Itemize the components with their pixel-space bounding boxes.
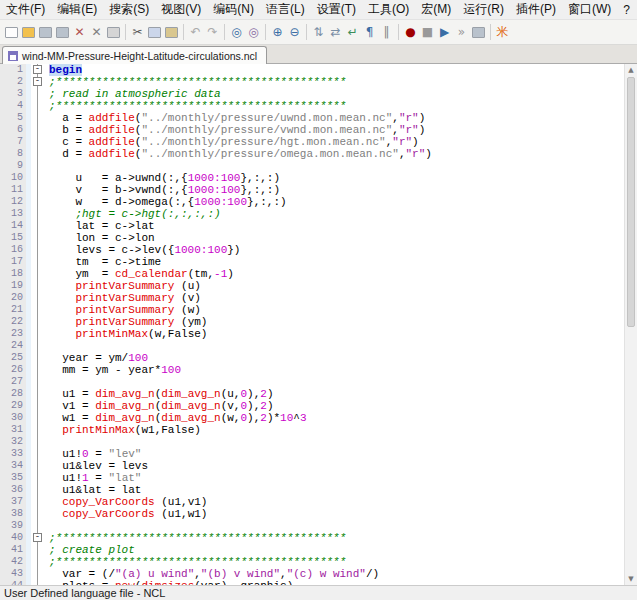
menu-encoding[interactable]: 编码(N)	[207, 0, 260, 19]
code-line[interactable]: 38 copy_VarCoords (u1,w1)	[0, 508, 624, 520]
code-text[interactable]: w1 = dim_avg_n(dim_avg_n(w,0),2)*10^3	[45, 412, 307, 424]
fold-margin[interactable]	[31, 556, 45, 568]
menu-macro[interactable]: 宏(M)	[415, 0, 457, 19]
code-line[interactable]: 1-begin	[0, 64, 624, 76]
line-number[interactable]: 35	[0, 472, 26, 484]
line-number[interactable]: 17	[0, 256, 26, 268]
line-number[interactable]: 8	[0, 148, 26, 160]
menu-window[interactable]: 窗口(W)	[562, 0, 617, 19]
fold-margin[interactable]: -	[31, 64, 45, 76]
menu-tools[interactable]: 工具(O)	[362, 0, 415, 19]
fold-margin[interactable]	[31, 220, 45, 232]
code-text[interactable]: copy_VarCoords (u1,w1)	[45, 508, 207, 520]
line-number[interactable]: 33	[0, 448, 26, 460]
fold-margin[interactable]	[31, 136, 45, 148]
code-line[interactable]: 24	[0, 340, 624, 352]
line-number[interactable]: 23	[0, 328, 26, 340]
code-line[interactable]: 31 printMinMax(w1,False)	[0, 424, 624, 436]
fold-margin[interactable]	[31, 88, 45, 100]
scrollbar-thumb[interactable]	[627, 77, 635, 327]
line-number[interactable]: 20	[0, 292, 26, 304]
scroll-up-button[interactable]: ▲	[625, 64, 637, 76]
code-line[interactable]: 40-;************************************…	[0, 532, 624, 544]
fold-margin[interactable]	[31, 100, 45, 112]
code-text[interactable]: year = ym/100	[45, 352, 148, 364]
find-icon[interactable]: ◎	[228, 23, 245, 42]
print-icon[interactable]	[105, 23, 122, 42]
code-text[interactable]	[45, 160, 49, 172]
code-line[interactable]: 33 u1!0 = "lev"	[0, 448, 624, 460]
menu-view[interactable]: 视图(V)	[155, 0, 207, 19]
code-line[interactable]: 11 v = b->vwnd(:,{1000:100},:,:)	[0, 184, 624, 196]
code-line[interactable]: 2-;*************************************…	[0, 76, 624, 88]
code-line[interactable]: 18 ym = cd_calendar(tm,-1)	[0, 268, 624, 280]
code-text[interactable]: ; read in atmospheric data	[45, 88, 221, 100]
code-text[interactable]	[45, 376, 49, 388]
fold-margin[interactable]	[31, 256, 45, 268]
code-text[interactable]: v1 = dim_avg_n(dim_avg_n(v,0),2)	[45, 400, 274, 412]
fold-margin[interactable]	[31, 184, 45, 196]
line-number[interactable]: 5	[0, 112, 26, 124]
close-all-icon[interactable]: ✕	[88, 23, 105, 42]
code-text[interactable]: u1 = dim_avg_n(dim_avg_n(u,0),2)	[45, 388, 274, 400]
menu-language[interactable]: 语言(L)	[260, 0, 311, 19]
code-line[interactable]: 19 printVarSummary (u)	[0, 280, 624, 292]
cut-icon[interactable]: ✂	[129, 23, 146, 42]
code-text[interactable]: u1&lev = levs	[45, 460, 148, 472]
code-line[interactable]: 30 w1 = dim_avg_n(dim_avg_n(w,0),2)*10^3	[0, 412, 624, 424]
fold-margin[interactable]	[31, 496, 45, 508]
line-number[interactable]: 29	[0, 400, 26, 412]
code-text[interactable]: printMinMax(w1,False)	[45, 424, 201, 436]
code-text[interactable]: d = addfile("../monthly/pressure/omega.m…	[45, 148, 432, 160]
fold-margin[interactable]	[31, 340, 45, 352]
word-wrap-icon[interactable]: ↵	[344, 23, 361, 42]
line-number[interactable]: 4	[0, 100, 26, 112]
code-line[interactable]: 21 printVarSummary (w)	[0, 304, 624, 316]
fold-margin[interactable]	[31, 448, 45, 460]
code-text[interactable]	[45, 340, 49, 352]
code-text[interactable]: printVarSummary (u)	[45, 280, 201, 292]
code-line[interactable]: 26 mm = ym - year*100	[0, 364, 624, 376]
code-text[interactable]: copy_VarCoords (u1,v1)	[45, 496, 207, 508]
code-text[interactable]: ym = cd_calendar(tm,-1)	[45, 268, 234, 280]
vertical-scrollbar[interactable]: ▲ ▼	[624, 64, 637, 585]
fold-margin[interactable]	[31, 124, 45, 136]
code-line[interactable]: 16 levs = c->lev({1000:100})	[0, 244, 624, 256]
fold-margin[interactable]	[31, 388, 45, 400]
menu-edit[interactable]: 编辑(E)	[51, 0, 103, 19]
code-text[interactable]: ;***************************************…	[45, 76, 346, 88]
code-line[interactable]: 13 ;hgt = c->hgt(:,:,:,:)	[0, 208, 624, 220]
code-line[interactable]: 15 lon = c->lon	[0, 232, 624, 244]
code-text[interactable]: u = a->uwnd(:,{1000:100},:,:)	[45, 172, 280, 184]
code-line[interactable]: 37 copy_VarCoords (u1,v1)	[0, 496, 624, 508]
code-line[interactable]: 22 printVarSummary (ym)	[0, 316, 624, 328]
save-icon[interactable]	[37, 23, 54, 42]
code-text[interactable]: printVarSummary (v)	[45, 292, 201, 304]
fold-margin[interactable]	[31, 568, 45, 580]
fold-margin[interactable]	[31, 292, 45, 304]
code-text[interactable]: begin	[45, 64, 82, 76]
fold-margin[interactable]	[31, 436, 45, 448]
code-text[interactable]: u1&lat = lat	[45, 484, 141, 496]
run-macro-multiple-icon[interactable]: »	[453, 23, 470, 42]
fold-collapse-icon[interactable]: -	[33, 533, 42, 542]
code-line[interactable]: 6 b = addfile("../monthly/pressure/vwnd.…	[0, 124, 624, 136]
line-number[interactable]: 1	[0, 64, 26, 76]
code-line[interactable]: 35 u1!1 = "lat"	[0, 472, 624, 484]
code-text[interactable]: u1!1 = "lat"	[45, 472, 141, 484]
fold-margin[interactable]	[31, 412, 45, 424]
code-text[interactable]: c = addfile("../monthly/pressure/hgt.mon…	[45, 136, 419, 148]
menu-file[interactable]: 文件(F)	[0, 0, 51, 19]
line-number[interactable]: 32	[0, 436, 26, 448]
menu-search[interactable]: 搜索(S)	[103, 0, 155, 19]
code-line[interactable]: 29 v1 = dim_avg_n(dim_avg_n(v,0),2)	[0, 400, 624, 412]
line-number[interactable]: 3	[0, 88, 26, 100]
fold-margin[interactable]	[31, 364, 45, 376]
code-line[interactable]: 7 c = addfile("../monthly/pressure/hgt.m…	[0, 136, 624, 148]
save-all-icon[interactable]	[54, 23, 71, 42]
undo-icon[interactable]: ↶	[187, 23, 204, 42]
code-text[interactable]: ; create plot	[45, 544, 135, 556]
fold-margin[interactable]	[31, 208, 45, 220]
fold-margin[interactable]	[31, 424, 45, 436]
line-number[interactable]: 19	[0, 280, 26, 292]
